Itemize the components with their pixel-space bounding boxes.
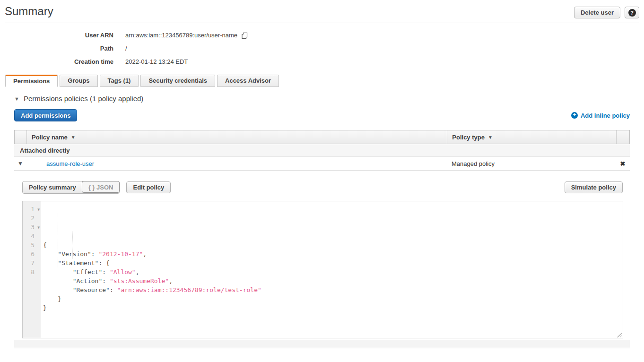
policy-actions-row: Add permissions + Add inline policy: [14, 109, 630, 121]
code-line: "Action": "sts:AssumeRole",: [43, 276, 623, 285]
user-arn-value: arn:aws:iam::123456789:user/user-name: [125, 29, 248, 42]
user-arn-text: arn:aws:iam::123456789:user/user-name: [125, 29, 237, 42]
row-expander-button[interactable]: ▼: [14, 160, 26, 167]
simulate-policy-button[interactable]: Simulate policy: [565, 181, 623, 193]
tab-permissions[interactable]: Permissions: [5, 75, 58, 87]
add-inline-policy-link[interactable]: + Add inline policy: [571, 112, 630, 119]
line-number: 2: [23, 214, 41, 223]
code-line: "Effect": "Allow",: [43, 267, 623, 276]
policy-type-cell: Managed policy: [447, 160, 616, 167]
code-line: "Resource": "arn:aws:iam::123456789:role…: [43, 285, 623, 294]
user-details: User ARN arn:aws:iam::123456789:user/use…: [0, 29, 644, 69]
policy-view-switcher: Policy summary { } JSON Edit policy: [22, 181, 171, 194]
policy-view-segmented-control: Policy summary { } JSON: [22, 181, 120, 194]
actions-column-header: [616, 130, 629, 144]
chevron-down-icon: ▼: [14, 96, 19, 102]
code-line: }: [43, 303, 623, 312]
line-number: 4: [23, 232, 41, 241]
chevron-down-icon: ▼: [17, 160, 23, 167]
policy-name-header-label: Policy name: [32, 134, 68, 141]
line-number: 8: [23, 267, 41, 276]
line-number: 3▼: [23, 223, 41, 232]
json-view-button[interactable]: { } JSON: [82, 181, 120, 193]
policy-name-column-header[interactable]: Policy name ▼: [27, 130, 447, 144]
policy-summary-button[interactable]: Policy summary: [23, 181, 82, 193]
page-title: Summary: [5, 5, 53, 18]
line-number: 7: [23, 259, 41, 267]
tab-access-advisor[interactable]: Access Advisor: [217, 75, 279, 87]
fold-chevron-icon[interactable]: ▼: [37, 223, 40, 232]
table-row: ▼ assume-role-user Managed policy ✖: [14, 157, 630, 171]
header-divider: [5, 23, 639, 23]
line-number: 1▼: [23, 205, 41, 214]
indent-guide: [58, 214, 58, 267]
policy-detail-toolbar: Policy summary { } JSON Edit policy Simu…: [22, 181, 623, 194]
chevron-down-icon: ▼: [488, 135, 493, 140]
tab-groups[interactable]: Groups: [60, 75, 97, 87]
help-icon: ?: [628, 9, 636, 17]
add-inline-policy-label: Add inline policy: [581, 112, 630, 119]
code-line: "Statement": {: [43, 259, 623, 267]
policies-table-header: Policy name ▼ Policy type ▼: [14, 130, 630, 144]
policy-type-header-label: Policy type: [452, 134, 485, 141]
json-editor-lines[interactable]: { "Version": "2012-10-17", "Statement": …: [41, 201, 623, 338]
page-header: Summary Delete user ?: [0, 0, 644, 18]
chevron-down-icon: ▼: [71, 135, 76, 140]
header-actions: Delete user ?: [574, 7, 639, 18]
creation-time-value: 2022-01-12 13:24 EDT: [125, 55, 188, 69]
permissions-tab-panel: ▼ Permissions policies (1 policy applied…: [5, 87, 639, 348]
permissions-policies-section-toggle[interactable]: ▼ Permissions policies (1 policy applied…: [14, 87, 630, 103]
path-row: Path /: [0, 42, 644, 55]
policy-name-cell: assume-role-user: [26, 160, 447, 167]
user-arn-row: User ARN arn:aws:iam::123456789:user/use…: [0, 29, 644, 42]
tab-tags-1[interactable]: Tags (1): [100, 75, 139, 87]
code-line: "Version": "2012-10-17",: [43, 250, 623, 259]
tab-bar: PermissionsGroupsTags (1)Security creden…: [0, 75, 644, 87]
table-footer-bar: [14, 340, 630, 348]
code-line: {: [43, 241, 623, 250]
policy-name-link[interactable]: assume-role-user: [46, 160, 94, 167]
indent-guide: [72, 232, 73, 259]
path-label: Path: [0, 42, 113, 55]
edit-policy-button[interactable]: Edit policy: [126, 181, 171, 193]
user-arn-label: User ARN: [0, 29, 113, 42]
copy-icon[interactable]: [241, 32, 248, 39]
plus-icon: +: [571, 112, 578, 119]
permissions-policies-title: Permissions policies (1 policy applied): [24, 95, 143, 103]
line-number: 5: [23, 241, 41, 250]
add-permissions-button[interactable]: Add permissions: [14, 109, 77, 121]
attached-directly-group-row: Attached directly: [14, 144, 630, 157]
line-number: 6: [23, 250, 41, 259]
policy-detail-panel: Policy summary { } JSON Edit policy Simu…: [14, 181, 630, 338]
fold-chevron-icon[interactable]: ▼: [37, 205, 40, 214]
json-editor-gutter: 1▼23▼45678: [23, 201, 41, 338]
creation-time-label: Creation time: [0, 55, 113, 69]
tab-security-credentials[interactable]: Security credentials: [140, 75, 215, 87]
path-value: /: [125, 42, 127, 55]
code-line: }: [43, 294, 623, 303]
creation-time-row: Creation time 2022-01-12 13:24 EDT: [0, 55, 644, 69]
expander-column-header: [15, 130, 27, 144]
help-button[interactable]: ?: [625, 7, 639, 18]
delete-user-button[interactable]: Delete user: [574, 7, 620, 18]
detach-policy-button[interactable]: ✖: [616, 160, 629, 167]
group-row-label: Attached directly: [20, 147, 70, 154]
x-icon: ✖: [620, 160, 626, 167]
policy-type-column-header[interactable]: Policy type ▼: [447, 130, 616, 144]
policies-table: Policy name ▼ Policy type ▼ Attached dir…: [14, 130, 630, 348]
json-policy-editor[interactable]: 1▼23▼45678 { "Version": "2012-10-17", "S…: [22, 201, 623, 338]
